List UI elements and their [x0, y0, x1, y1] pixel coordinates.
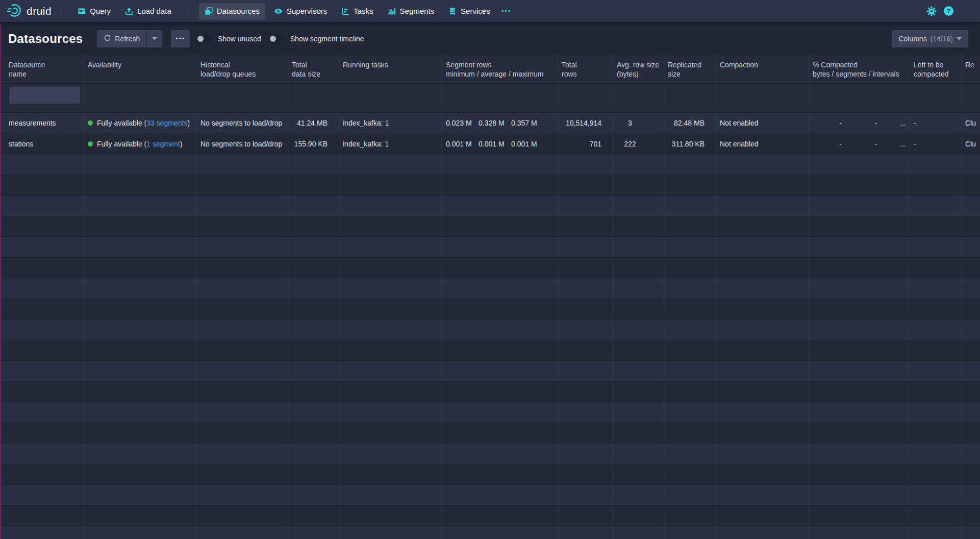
empty-cell: [716, 320, 809, 340]
nav-item-datasources[interactable]: Datasources: [199, 3, 265, 19]
column-header-left_to_be_compacted[interactable]: Left to becompacted: [910, 55, 962, 83]
filter-cell-running_tasks: [339, 84, 442, 106]
empty-cell: [809, 154, 910, 175]
more-options-button[interactable]: •••: [171, 30, 190, 47]
empty-row: [1, 340, 980, 361]
columns-count: (14/16): [931, 35, 953, 43]
datasource-filter-input[interactable]: [9, 86, 80, 104]
column-header-availability[interactable]: Availability: [84, 55, 197, 83]
empty-cell: [84, 464, 197, 485]
empty-cell: [962, 195, 980, 216]
datasources-icon: [205, 7, 213, 15]
sub-value: 0.023 M: [446, 119, 479, 127]
segments-link[interactable]: 33 segments: [146, 119, 187, 127]
empty-cell: [558, 175, 613, 196]
nav-item-services[interactable]: Services: [443, 3, 496, 19]
nav-item-query[interactable]: Query: [72, 3, 116, 19]
column-header-compaction[interactable]: Compaction: [716, 55, 809, 83]
empty-cell: [1, 237, 84, 258]
cell-value: 3: [628, 119, 632, 127]
empty-cell: [910, 175, 962, 196]
nav-item-tasks[interactable]: Tasks: [336, 3, 379, 19]
empty-cell: [613, 464, 664, 485]
empty-cell: [288, 526, 339, 539]
column-header-retention[interactable]: Re: [962, 55, 980, 83]
column-header-running_tasks[interactable]: Running tasks: [339, 55, 442, 83]
empty-cell: [613, 402, 664, 423]
column-header-historical[interactable]: Historicalload/drop queues: [197, 55, 288, 83]
settings-gear-icon[interactable]: [926, 6, 937, 16]
column-header-name[interactable]: Datasourcename: [1, 55, 84, 83]
switch-track: [269, 35, 284, 43]
column-header-line: minimum / average / maximum: [446, 69, 554, 79]
help-icon[interactable]: ?: [944, 6, 953, 16]
nav-more-button[interactable]: •••: [497, 7, 516, 15]
cell-running_tasks: index_kafka: 1: [339, 113, 442, 134]
nav-item-load-data[interactable]: Load data: [119, 3, 177, 19]
column-header-avg_row_size[interactable]: Avg. row size(bytes): [613, 55, 664, 83]
show-segment-timeline-switch[interactable]: Show segment timeline: [269, 35, 364, 43]
empty-cell: [288, 402, 339, 423]
show-unused-switch[interactable]: Show unused: [196, 35, 261, 43]
column-header-total_data_size[interactable]: Totaldata size: [288, 55, 339, 83]
cell-avg_row_size: 3: [613, 113, 664, 134]
empty-cell: [809, 320, 910, 340]
empty-cell: [197, 299, 288, 320]
column-header-total_rows[interactable]: Totalrows: [558, 55, 613, 83]
nav-item-supervisors[interactable]: Supervisors: [268, 3, 333, 19]
refresh-dropdown-button[interactable]: [147, 30, 162, 47]
cell-value: index_kafka: 1: [343, 119, 389, 127]
table-row-measurements: measurementsFully available (33 segments…: [1, 113, 980, 134]
empty-cell: [558, 526, 613, 539]
segments-link[interactable]: 1 segment: [146, 140, 180, 148]
nav-divider: [188, 5, 188, 17]
sub-value: ...: [877, 119, 906, 127]
refresh-button[interactable]: Refresh: [97, 30, 146, 47]
empty-cell: [1, 444, 84, 464]
nav-item-segments[interactable]: Segments: [382, 3, 440, 19]
nav-item-label: Query: [90, 7, 111, 15]
empty-cell: [558, 258, 613, 279]
empty-cell: [910, 278, 962, 299]
sub-value: -: [813, 140, 842, 148]
nav-item-label: Load data: [137, 7, 171, 15]
brand-wordmark: druid: [27, 5, 52, 17]
empty-cell: [558, 216, 613, 237]
empty-cell: [339, 361, 442, 382]
columns-picker-button[interactable]: Columns (14/16): [892, 30, 968, 47]
filter-cell-historical: [197, 84, 288, 106]
empty-cell: [962, 464, 980, 485]
empty-cell: [809, 485, 910, 506]
filter-cell-total_rows: [558, 84, 613, 106]
left-edge-accent: [0, 23, 1, 539]
column-header-replicated_size[interactable]: Replicatedsize: [664, 55, 716, 83]
empty-cell: [1, 278, 84, 299]
empty-cell: [558, 402, 613, 423]
column-header-segment_rows[interactable]: Segment rowsminimum / average / maximum: [442, 55, 558, 83]
empty-cell: [716, 278, 809, 299]
column-header-pct_compacted[interactable]: % Compactedbytes / segments / intervals: [809, 55, 910, 83]
empty-cell: [910, 154, 962, 175]
empty-cell: [84, 195, 197, 216]
segments-icon: [388, 7, 396, 15]
cell-value: stations: [9, 140, 33, 148]
empty-cell: [84, 526, 197, 539]
cell-value: 82.48 MB: [674, 119, 705, 127]
empty-cell: [809, 361, 910, 382]
empty-cell: [288, 154, 339, 175]
empty-cell: [84, 278, 197, 299]
empty-cell: [664, 423, 716, 444]
column-header-line: (bytes): [617, 69, 660, 79]
cell-left_to_be_compacted: -: [910, 113, 962, 134]
empty-cell: [84, 423, 197, 444]
empty-cell: [809, 237, 910, 258]
empty-cell: [84, 154, 197, 175]
empty-cell: [716, 526, 809, 539]
empty-cell: [1, 382, 84, 403]
druid-logo[interactable]: druid: [7, 3, 52, 20]
show-unused-label: Show unused: [218, 35, 261, 43]
chevron-down-icon: [152, 37, 157, 40]
empty-cell: [809, 423, 910, 444]
empty-cell: [558, 237, 613, 258]
empty-cell: [716, 402, 809, 423]
